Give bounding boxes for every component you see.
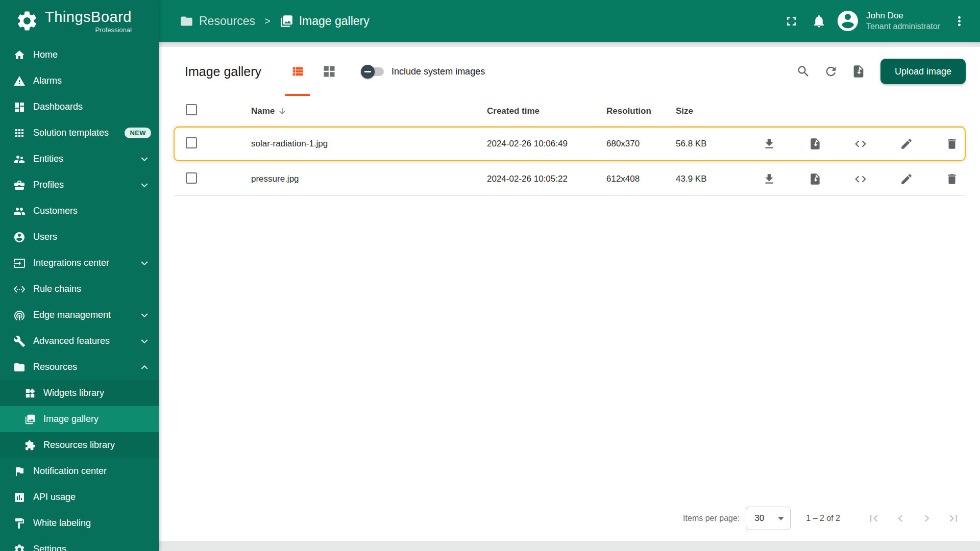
sidebar-item-profiles[interactable]: Profiles — [0, 172, 159, 198]
notifications-button[interactable] — [805, 7, 832, 35]
sidebar-item-settings[interactable]: Settings — [0, 536, 159, 551]
row-actions — [757, 167, 965, 191]
sidebar-item-label: Home — [33, 49, 58, 60]
sidebar-item-widgets-library[interactable]: Widgets library — [0, 380, 159, 406]
import-image-button[interactable] — [845, 58, 872, 85]
sidebar-item-advanced-features[interactable]: Advanced features — [0, 328, 159, 354]
include-system-images-toggle[interactable]: Include system images — [362, 66, 485, 77]
user-menu[interactable]: John Doe Tenant administrator — [866, 11, 940, 31]
code-icon — [854, 172, 867, 186]
column-header-created-time[interactable]: Created time — [487, 106, 606, 116]
fullscreen-icon — [784, 14, 799, 29]
sidebar-item-label: Customers — [33, 206, 78, 216]
view-mode-tabs — [282, 47, 345, 96]
sidebar-item-entities[interactable]: Entities — [0, 146, 159, 172]
toggle-knob-minus-icon — [361, 65, 375, 79]
embed-code-button[interactable] — [849, 132, 872, 156]
refresh-button[interactable] — [817, 58, 845, 85]
kebab-menu-icon — [952, 14, 967, 29]
items-per-page-select[interactable]: 30 — [746, 507, 791, 530]
export-button[interactable] — [803, 132, 827, 156]
sidebar-item-label: Entities — [33, 154, 63, 164]
photo-library-icon — [280, 14, 293, 28]
antenna-icon — [13, 309, 26, 321]
sidebar-item-dashboards[interactable]: Dashboards — [0, 94, 159, 120]
edit-pencil-icon — [900, 172, 913, 186]
refresh-icon — [824, 64, 838, 79]
grid-view-tab[interactable] — [313, 47, 345, 96]
sidebar-item-label: Settings — [33, 544, 66, 551]
sidebar-item-alarms[interactable]: Alarms — [0, 68, 159, 94]
sidebar-item-notification-center[interactable]: Notification center — [0, 458, 159, 484]
content-area: Image gallery Include system ima — [159, 42, 980, 551]
user-avatar[interactable] — [836, 9, 860, 33]
column-header-resolution[interactable]: Resolution — [606, 106, 676, 116]
gallery-toolbar: Image gallery Include system ima — [159, 47, 980, 96]
image-name: solar-radiation-1.jpg — [251, 139, 328, 149]
delete-button[interactable] — [940, 167, 964, 191]
sidebar-item-label: API usage — [33, 492, 76, 503]
chart-icon — [13, 491, 26, 504]
sidebar-item-white-labeling[interactable]: White labeling — [0, 510, 159, 536]
size-cell: 56.8 KB — [676, 139, 757, 149]
top-bar-actions: John Doe Tenant administrator — [777, 7, 973, 35]
sidebar-item-home[interactable]: Home — [0, 42, 159, 68]
toolbar-actions: Upload image — [790, 58, 966, 85]
sidebar-item-label: Profiles — [33, 180, 64, 190]
trash-icon — [945, 172, 959, 186]
edit-button[interactable] — [895, 167, 918, 191]
row-checkbox[interactable] — [186, 137, 197, 148]
breadcrumb-image-gallery[interactable]: Image gallery — [280, 14, 370, 28]
sidebar-item-image-gallery[interactable]: Image gallery — [0, 406, 159, 432]
export-button[interactable] — [803, 167, 827, 191]
delete-button[interactable] — [940, 132, 964, 156]
select-all-checkbox[interactable] — [186, 104, 197, 115]
app-window: ThingsBoard Professional Home Alarms Das… — [0, 0, 980, 551]
sidebar-item-label: Rule chains — [33, 284, 81, 294]
sidebar-item-label: Edge management — [33, 310, 111, 320]
column-header-name[interactable]: Name — [251, 106, 487, 116]
table-row[interactable]: solar-radiation-1.jpg 2024-02-26 10:06:4… — [174, 127, 966, 161]
created-time-cell: 2024-02-26 10:05:22 — [487, 174, 606, 184]
edit-button[interactable] — [895, 132, 918, 156]
breadcrumb-resources[interactable]: Resources — [180, 14, 255, 28]
list-view-tab[interactable] — [282, 47, 313, 96]
row-checkbox[interactable] — [186, 172, 197, 184]
code-icon — [854, 137, 867, 151]
breadcrumb-separator: > — [264, 15, 271, 27]
last-page-button[interactable] — [940, 505, 967, 532]
sidebar-item-resources[interactable]: Resources — [0, 354, 159, 380]
column-header-size[interactable]: Size — [676, 106, 757, 116]
sidebar-item-edge-management[interactable]: Edge management — [0, 302, 159, 328]
next-page-button[interactable] — [914, 505, 940, 532]
top-bar: Resources > Image gallery John Doe — [159, 0, 980, 42]
table-row[interactable]: pressure.jpg 2024-02-26 10:05:22 612x408… — [174, 161, 966, 196]
more-options-button[interactable] — [945, 7, 973, 35]
flag-icon — [13, 465, 26, 478]
sidebar-item-customers[interactable]: Customers — [0, 198, 159, 224]
upload-image-button[interactable]: Upload image — [880, 59, 966, 84]
previous-page-button[interactable] — [887, 505, 914, 532]
table-empty-space — [159, 196, 980, 496]
sidebar-item-label: White labeling — [33, 518, 91, 529]
sidebar-item-resources-library[interactable]: Resources library — [0, 432, 159, 458]
chevron-down-icon — [138, 309, 151, 322]
embed-code-button[interactable] — [849, 167, 872, 191]
thingsboard-logo[interactable]: ThingsBoard Professional — [0, 0, 159, 42]
download-button[interactable] — [757, 132, 781, 156]
table-header: Name Created time Resolution Size — [174, 96, 966, 127]
image-gallery-card: Image gallery Include system ima — [159, 47, 980, 541]
entities-icon — [13, 153, 26, 165]
brand-name: ThingsBoard — [45, 9, 132, 26]
fullscreen-button[interactable] — [777, 7, 805, 35]
sidebar-item-integrations-center[interactable]: Integrations center — [0, 250, 159, 276]
sidebar-item-rule-chains[interactable]: Rule chains — [0, 276, 159, 302]
sidebar-item-solution-templates[interactable]: Solution templates NEW — [0, 120, 159, 146]
first-page-button[interactable] — [861, 505, 887, 532]
sidebar-item-api-usage[interactable]: API usage — [0, 484, 159, 510]
download-button[interactable] — [757, 167, 781, 191]
home-icon — [13, 49, 26, 61]
sidebar-item-users[interactable]: Users — [0, 224, 159, 250]
new-badge: NEW — [125, 128, 151, 138]
search-button[interactable] — [790, 58, 817, 85]
